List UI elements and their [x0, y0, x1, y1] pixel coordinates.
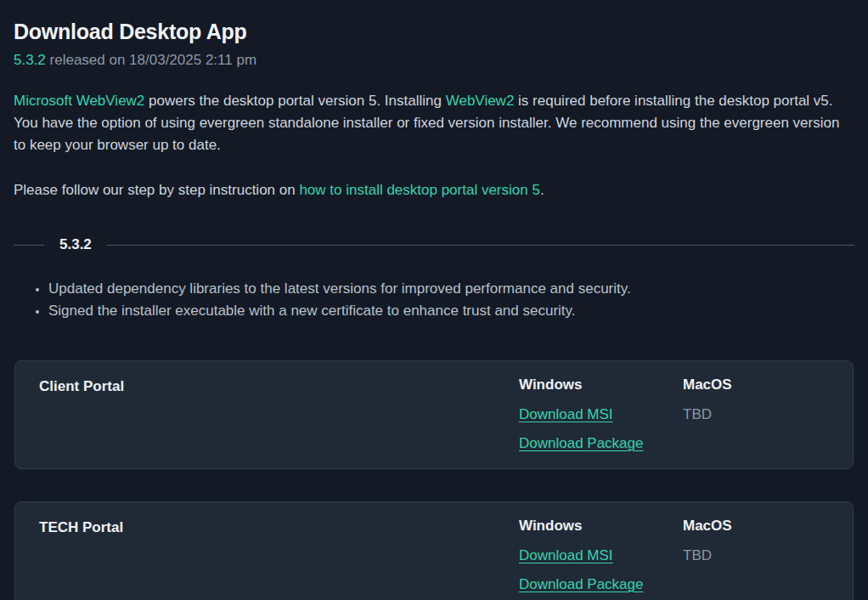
instruction-text: Please follow our step by step instructi…	[14, 182, 299, 198]
macos-column: MacOS TBD	[683, 376, 829, 422]
release-date-text: released on 18/03/2025 2:11 pm	[46, 52, 256, 68]
macos-column: MacOS TBD	[683, 518, 829, 563]
portal-name: TECH Portal	[39, 518, 519, 536]
intro-text-1: powers the desktop portal version 5. Ins…	[144, 93, 445, 109]
macos-header: MacOS	[683, 518, 829, 535]
download-package-link[interactable]: Download Package	[519, 576, 643, 592]
microsoft-webview2-link[interactable]: Microsoft WebView2	[14, 93, 144, 109]
windows-header: Windows	[519, 376, 683, 393]
client-portal-card: Client Portal Windows Download MSI Downl…	[14, 360, 854, 469]
version-number: 5.3.2	[14, 52, 46, 68]
divider-version-label: 5.3.2	[59, 236, 92, 253]
download-page: Download Desktop App 5.3.2 released on 1…	[0, 20, 868, 600]
download-msi-link[interactable]: Download MSI	[519, 547, 613, 563]
intro-paragraph: Microsoft WebView2 powers the desktop po…	[14, 90, 854, 156]
macos-tbd-value: TBD	[683, 547, 829, 563]
release-info: 5.3.2 released on 18/03/2025 2:11 pm	[14, 52, 854, 69]
macos-tbd-value: TBD	[683, 406, 829, 422]
tech-portal-card: TECH Portal Windows Download MSI Downloa…	[14, 501, 854, 600]
version-divider: 5.3.2	[14, 236, 854, 253]
divider-line-right	[107, 245, 854, 246]
webview2-link[interactable]: WebView2	[446, 93, 515, 109]
windows-column: Windows Download MSI Download Package	[519, 376, 683, 451]
macos-header: MacOS	[683, 376, 829, 393]
download-package-link[interactable]: Download Package	[519, 435, 643, 451]
portal-name: Client Portal	[39, 376, 519, 395]
release-notes-list: Updated dependency libraries to the late…	[14, 278, 854, 322]
release-note-item: Signed the installer executable with a n…	[48, 300, 854, 322]
page-title: Download Desktop App	[14, 20, 854, 44]
release-note-item: Updated dependency libraries to the late…	[48, 278, 854, 300]
instruction-suffix: .	[540, 182, 544, 198]
windows-column: Windows Download MSI Download Package	[519, 518, 683, 592]
download-msi-link[interactable]: Download MSI	[519, 406, 613, 422]
install-instructions-link[interactable]: how to install desktop portal version 5	[299, 182, 540, 198]
divider-line-left	[14, 245, 44, 246]
windows-header: Windows	[519, 518, 683, 535]
instruction-paragraph: Please follow our step by step instructi…	[14, 179, 854, 201]
